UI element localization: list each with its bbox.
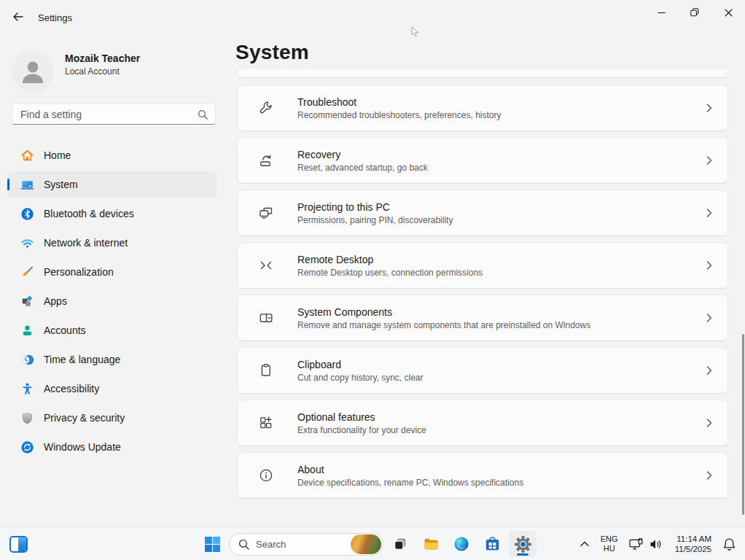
card-subtitle: Device specifications, rename PC, Window… — [297, 478, 523, 488]
card-title: Projecting to this PC — [297, 201, 453, 213]
personalization-icon — [20, 265, 34, 279]
sidebar-item-privacy-security[interactable]: Privacy & security — [7, 405, 217, 431]
card-optional-features[interactable]: Optional features Extra functionality fo… — [237, 400, 728, 446]
sidebar-item-label: Accessibility — [44, 383, 99, 394]
clock[interactable]: 11:14 AM 11/5/2025 — [669, 532, 717, 556]
restore-icon — [690, 8, 699, 17]
remote-desktop-icon — [257, 257, 275, 274]
settings-list: Troubleshoot Recommended troubleshooters… — [237, 85, 728, 505]
home-icon — [20, 149, 34, 163]
search-icon — [198, 109, 208, 120]
chevron-right-icon — [706, 419, 712, 428]
chevron-right-icon — [706, 366, 712, 376]
system-icon — [20, 178, 34, 192]
avatar[interactable] — [12, 50, 54, 93]
card-title: System Components — [297, 306, 590, 318]
projecting-icon — [257, 204, 275, 222]
window-title: Settings — [38, 12, 72, 23]
language-line1: ENG — [596, 534, 623, 544]
network-icon — [20, 236, 34, 250]
card-troubleshoot[interactable]: Troubleshoot Recommended troubleshooters… — [237, 85, 728, 131]
accounts-icon — [20, 324, 34, 338]
sidebar-item-system[interactable]: System — [7, 171, 217, 198]
chevron-right-icon — [706, 314, 712, 323]
settings-search-input[interactable] — [12, 109, 198, 120]
sidebar-nav: Home System Bluetooth & devices — [7, 142, 217, 463]
taskbar-search-box[interactable]: Search — [229, 533, 383, 556]
card-system-components[interactable]: System Components Remove and manage syst… — [237, 295, 728, 341]
language-indicator[interactable]: ENG HU — [596, 532, 623, 556]
search-icon — [238, 539, 249, 550]
person-icon — [12, 50, 54, 93]
card-clipboard[interactable]: Clipboard Cut and copy history, sync, cl… — [237, 347, 728, 394]
network-icon — [629, 538, 644, 551]
sidebar-item-home[interactable]: Home — [7, 142, 217, 168]
card-title: Remote Desktop — [297, 254, 483, 265]
sidebar-item-time-language[interactable]: Time & language — [7, 346, 217, 373]
card-subtitle: Reset, advanced startup, go back — [297, 163, 428, 173]
edge-icon — [453, 536, 469, 552]
volume-icon — [650, 539, 663, 550]
taskbar: Search — [0, 526, 745, 560]
microsoft-store-icon — [485, 536, 500, 552]
widgets-icon-left — [11, 537, 19, 551]
optional-features-icon — [257, 414, 275, 432]
settings-gear-icon — [514, 535, 532, 553]
sidebar-item-bluetooth-devices[interactable]: Bluetooth & devices — [7, 201, 217, 227]
sidebar-item-label: Bluetooth & devices — [44, 208, 134, 219]
clock-date: 11/5/2025 — [675, 544, 711, 554]
widgets-button[interactable] — [4, 531, 32, 557]
chevron-right-icon — [706, 471, 712, 481]
apps-icon — [20, 295, 34, 308]
clock-time: 11:14 AM — [675, 534, 711, 544]
sidebar-item-label: Network & internet — [44, 237, 128, 249]
card-projecting-to-this-pc[interactable]: Projecting to this PC Permissions, pairi… — [237, 190, 728, 236]
sidebar-item-network-internet[interactable]: Network & internet — [7, 230, 217, 256]
card-subtitle: Permissions, pairing PIN, discoverabilit… — [297, 215, 453, 225]
edge-button[interactable] — [448, 531, 475, 557]
notifications-button[interactable] — [717, 531, 741, 557]
system-tray-icons[interactable] — [623, 531, 669, 557]
close-icon — [725, 9, 733, 17]
file-explorer-icon — [423, 536, 440, 553]
settings-search-box[interactable] — [12, 104, 216, 125]
sidebar-item-windows-update[interactable]: Windows Update — [7, 434, 217, 460]
sidebar-item-apps[interactable]: Apps — [7, 288, 217, 314]
partial-list-item[interactable] — [237, 69, 728, 78]
card-subtitle: Remote Desktop users, connection permiss… — [297, 268, 483, 278]
sidebar-item-label: Windows Update — [44, 441, 121, 453]
widgets-icon-right — [18, 537, 26, 551]
chevron-right-icon — [706, 156, 712, 166]
settings-taskbar-button[interactable] — [509, 531, 537, 557]
scrollbar-thumb[interactable] — [742, 334, 744, 515]
minimize-button[interactable] — [644, 0, 678, 25]
search-highlight-image — [351, 534, 381, 554]
start-button[interactable] — [198, 531, 226, 557]
tray-expand-button[interactable] — [574, 531, 596, 557]
chevron-up-icon — [580, 541, 589, 547]
restore-button[interactable] — [678, 0, 711, 25]
card-remote-desktop[interactable]: Remote Desktop Remote Desktop users, con… — [237, 242, 728, 289]
sidebar-item-label: Apps — [44, 295, 67, 307]
card-about[interactable]: About Device specifications, rename PC, … — [237, 452, 728, 499]
sidebar-item-accounts[interactable]: Accounts — [7, 317, 217, 343]
sidebar-item-label: Personalization — [44, 266, 114, 278]
bluetooth-icon — [20, 207, 34, 221]
card-title: Recovery — [297, 149, 428, 160]
clipboard-icon — [257, 362, 275, 379]
sidebar-item-accessibility[interactable]: Accessibility — [7, 376, 217, 402]
file-explorer-button[interactable] — [417, 531, 445, 557]
language-line2: HU — [596, 544, 623, 553]
sidebar-item-personalization[interactable]: Personalization — [7, 259, 217, 285]
troubleshoot-icon — [257, 99, 275, 117]
close-button[interactable] — [711, 0, 745, 25]
back-button[interactable] — [7, 7, 29, 27]
microsoft-store-button[interactable] — [478, 531, 506, 557]
about-icon — [257, 467, 275, 484]
privacy-security-icon — [20, 411, 34, 425]
task-view-button[interactable] — [386, 531, 414, 557]
card-recovery[interactable]: Recovery Reset, advanced startup, go bac… — [237, 137, 728, 184]
chevron-right-icon — [706, 261, 712, 271]
titlebar: Settings — [0, 0, 745, 29]
windows-update-icon — [20, 440, 34, 454]
